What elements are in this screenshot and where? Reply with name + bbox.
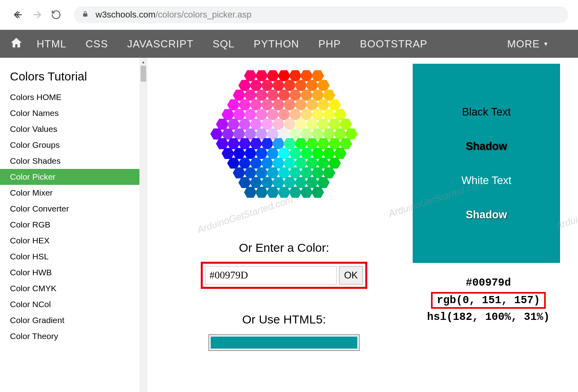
svg-marker-89 <box>266 148 279 159</box>
address-bar[interactable]: w3schools.com/colors/colors_picker.asp <box>74 6 568 23</box>
sidebar-item-color-shades[interactable]: Color Shades <box>0 153 139 169</box>
nav-python[interactable]: PYTHON <box>254 38 299 50</box>
svg-marker-77 <box>261 138 274 149</box>
sidebar-item-color-hex[interactable]: Color HEX <box>0 233 139 249</box>
sidebar-item-colors-home[interactable]: Colors HOME <box>0 89 139 105</box>
svg-marker-9 <box>311 70 324 81</box>
svg-marker-35 <box>317 99 330 110</box>
sidebar: Colors Tutorial Colors HOME Color Names … <box>0 58 139 392</box>
svg-marker-104 <box>317 158 330 169</box>
svg-marker-43 <box>289 109 302 120</box>
svg-marker-73 <box>216 138 229 149</box>
svg-marker-112 <box>300 167 313 178</box>
svg-marker-62 <box>233 128 245 139</box>
sidebar-scrollbar[interactable]: ▴ <box>139 58 147 392</box>
html5-color-input[interactable] <box>208 334 360 351</box>
svg-marker-80 <box>294 138 307 149</box>
color-preview-box: Black Text Shadow White Text Shadow <box>413 64 560 263</box>
sidebar-item-color-gradient[interactable]: Color Gradient <box>0 312 139 328</box>
svg-marker-90 <box>278 148 290 159</box>
svg-marker-64 <box>255 128 268 139</box>
ok-button[interactable]: OK <box>339 266 363 284</box>
svg-marker-82 <box>317 138 330 149</box>
preview-shadow-black[interactable]: Shadow <box>466 140 507 153</box>
svg-marker-108 <box>255 167 268 178</box>
svg-marker-127 <box>289 187 302 198</box>
svg-marker-91 <box>289 148 302 159</box>
sidebar-item-color-rgb[interactable]: Color RGB <box>0 217 139 233</box>
sidebar-item-color-groups[interactable]: Color Groups <box>0 137 139 153</box>
enter-color-heading: Or Enter a Color: <box>239 241 329 255</box>
nav-sql[interactable]: SQL <box>213 38 235 50</box>
sidebar-item-color-hsl[interactable]: Color HSL <box>0 249 139 265</box>
sidebar-title: Colors Tutorial <box>0 66 139 89</box>
svg-marker-31 <box>272 99 285 110</box>
forward-button[interactable] <box>29 7 45 23</box>
sidebar-item-color-picker[interactable]: Color Picker <box>0 169 139 185</box>
sidebar-item-color-theory[interactable]: Color Theory <box>0 328 139 344</box>
svg-marker-66 <box>278 128 290 139</box>
home-icon[interactable] <box>10 36 23 52</box>
svg-marker-87 <box>244 148 257 159</box>
sidebar-item-color-cmyk[interactable]: Color CMYK <box>0 280 139 296</box>
svg-marker-63 <box>244 128 257 139</box>
svg-marker-85 <box>221 148 234 159</box>
svg-marker-17 <box>317 80 330 91</box>
picker-column: Or Enter a Color: OK Or Use HTML5: <box>171 64 397 392</box>
nav-javascript[interactable]: JAVASCRIPT <box>127 38 194 50</box>
svg-marker-48 <box>216 119 229 130</box>
svg-marker-123 <box>244 187 257 198</box>
svg-marker-46 <box>323 109 335 120</box>
scroll-up-icon[interactable]: ▴ <box>139 58 147 66</box>
nav-php[interactable]: PHP <box>318 38 341 50</box>
svg-marker-39 <box>244 109 257 120</box>
svg-marker-114 <box>323 167 335 178</box>
svg-marker-12 <box>261 80 274 91</box>
refresh-button[interactable] <box>48 7 64 23</box>
nav-css[interactable]: CSS <box>86 38 108 50</box>
rgb-value: rgb(0, 151, 157) <box>431 292 545 309</box>
svg-marker-71 <box>334 128 347 139</box>
svg-marker-29 <box>250 99 263 110</box>
html5-color-swatch <box>211 337 357 349</box>
svg-marker-20 <box>255 90 268 101</box>
svg-marker-41 <box>266 109 279 120</box>
sidebar-item-color-ncol[interactable]: Color NCol <box>0 296 139 312</box>
svg-marker-110 <box>278 167 290 178</box>
sidebar-item-color-converter[interactable]: Color Converter <box>0 201 139 217</box>
svg-marker-30 <box>261 99 274 110</box>
svg-marker-121 <box>306 177 318 188</box>
svg-marker-11 <box>250 80 263 91</box>
preview-shadow-white[interactable]: Shadow <box>466 209 507 221</box>
nav-html[interactable]: HTML <box>37 38 67 50</box>
svg-marker-28 <box>238 99 251 110</box>
color-input[interactable] <box>205 266 337 284</box>
svg-marker-47 <box>334 109 347 120</box>
sidebar-item-color-hwb[interactable]: Color HWB <box>0 265 139 280</box>
svg-marker-78 <box>272 138 285 149</box>
preview-black-text[interactable]: Black Text <box>462 106 511 118</box>
nav-bootstrap[interactable]: BOOTSTRAP <box>360 38 427 50</box>
browser-toolbar: w3schools.com/colors/colors_picker.asp <box>0 0 578 30</box>
svg-marker-14 <box>283 80 296 91</box>
svg-marker-106 <box>233 167 245 178</box>
nav-more[interactable]: MORE ▼ <box>507 38 549 50</box>
color-hexagon-map[interactable] <box>200 68 368 219</box>
sidebar-item-color-names[interactable]: Color Names <box>0 105 139 121</box>
svg-marker-117 <box>261 177 274 188</box>
svg-marker-100 <box>272 158 285 169</box>
back-button[interactable] <box>10 7 26 23</box>
svg-marker-103 <box>306 158 318 169</box>
scrollbar-thumb[interactable] <box>141 66 146 82</box>
svg-marker-61 <box>221 128 234 139</box>
svg-marker-21 <box>266 90 279 101</box>
svg-marker-79 <box>283 138 296 149</box>
svg-marker-76 <box>250 138 263 149</box>
hex-value: #00979d <box>413 277 564 289</box>
preview-column: Black Text Shadow White Text Shadow #009… <box>413 64 564 392</box>
svg-marker-74 <box>227 138 240 149</box>
preview-white-text[interactable]: White Text <box>461 174 511 187</box>
svg-marker-52 <box>261 119 274 130</box>
sidebar-item-color-values[interactable]: Color Values <box>0 121 139 137</box>
sidebar-item-color-mixer[interactable]: Color Mixer <box>0 185 139 201</box>
